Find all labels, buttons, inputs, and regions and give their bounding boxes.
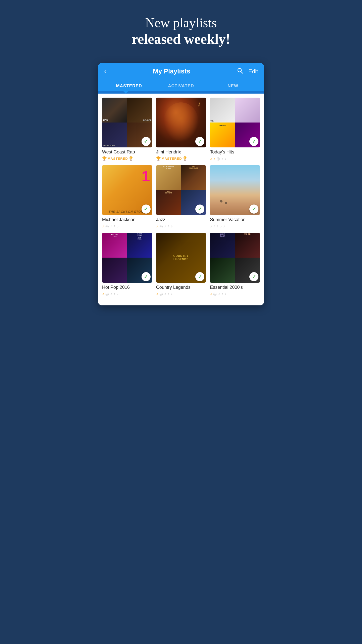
music-icon-cl2: ♪ (164, 292, 166, 296)
number-1-art: 1 (142, 168, 150, 185)
music-icon-e3: ♪ (221, 292, 223, 296)
cover-art-hp3 (102, 258, 127, 283)
playlist-item-essential-2000s[interactable]: LADYGAGA USHER Essential 2000's ♪ ◎ ♪ (210, 233, 260, 296)
music-icon-e2: ♪ (218, 292, 220, 296)
hero-section: New playlists released weekly! (90, 0, 272, 58)
nav-title: My Playlists (153, 67, 190, 75)
music-icons-todays-hits: ♪ ♪ ◎ ♪ ♪ (210, 156, 260, 161)
tab-activated[interactable]: ACTIVATED (155, 80, 207, 91)
playlist-cover-country-legends: COUNTRYLEGENDS (156, 233, 206, 283)
music-icon-mj4: ♪ (117, 224, 119, 228)
cover-art-1: 2Pac (102, 98, 127, 123)
cover-art-th1: T.S. (210, 98, 235, 123)
music-icon-1: ♪ (210, 156, 212, 161)
headphone-icon-e: ◎ (213, 292, 217, 296)
nav-actions: Edit (237, 67, 258, 75)
cover-art-jazz1: ETTA JAMESat last! (156, 165, 181, 190)
playlist-item-jazz[interactable]: ETTA JAMESat last! AMYWINEHOUSE TONYBENN… (156, 165, 206, 229)
music-icon-sv5: ♪ (223, 224, 225, 228)
playlist-cover-jazz: ETTA JAMESat last! AMYWINEHOUSE TONYBENN… (156, 165, 206, 215)
music-icons-michael-jackson: ♪ ◎ ♪ ♪ ♪ (102, 224, 152, 229)
svg-line-1 (241, 71, 243, 73)
music-icon-mj3: ♪ (113, 224, 115, 228)
music-icon-sv2: ♪ (213, 224, 215, 228)
playlist-item-country-legends[interactable]: COUNTRYLEGENDS Country Legends ♪ ◎ ♪ ♪ ♪ (156, 233, 206, 296)
cover-art-hp1: Hot Pop2016 (102, 233, 127, 258)
music-icons-hot-pop-2016: ♪ ◎ ♪ ♪ ♪ (102, 292, 152, 296)
playlist-name-jimi-hendrix: Jimi Hendrix (156, 149, 206, 155)
playlist-item-jimi-hendrix[interactable]: ♪ Jimi Hendrix 🏆 MASTERED 🏆 (156, 98, 206, 161)
playlist-cover-summer-vacation (210, 165, 260, 215)
playlist-name-summer-vacation: Summer Vacation (210, 217, 260, 222)
cover-art-hp2: CAN'TSTOPTHEFEEL (127, 233, 152, 258)
playlist-name-michael-jackson: Michael Jackson (102, 217, 152, 222)
playlist-item-michael-jackson[interactable]: THE JACKSON STORY 1 Michael Jackson ♪ ◎ … (102, 165, 152, 229)
playlists-grid: 2Pac DR. DRE THE BEST OF West Coast Rap (98, 94, 264, 300)
playlist-name-todays-hits: Today's Hits (210, 149, 260, 155)
playlist-cover-jimi-hendrix: ♪ (156, 98, 206, 148)
playlist-item-hot-pop-2016[interactable]: Hot Pop2016 CAN'TSTOPTHEFEEL Hot Pop 201… (102, 233, 152, 296)
tab-new[interactable]: NEW (207, 80, 259, 91)
playlist-cover-todays-hits: T.S. LMFAO (210, 98, 260, 148)
music-icon-mj1: ♪ (102, 224, 104, 228)
music-icons-jazz: ♪ ◎ ♪ ♪ ♪ (156, 224, 206, 229)
music-icon-jazz2: ♪ (164, 224, 166, 228)
search-button[interactable] (237, 67, 243, 75)
headphone-icon-jazz: ◎ (159, 224, 163, 229)
playlist-item-todays-hits[interactable]: T.S. LMFAO Today's Hits ♪ ♪ ◎ ♪ (210, 98, 260, 161)
tab-arrow (123, 91, 128, 94)
music-icons-summer-vacation: ♪ ♪ ♪ ♪ ♪ (210, 224, 260, 228)
music-icon-cl4: ♪ (171, 292, 173, 296)
cover-art-2: DR. DRE (127, 98, 152, 123)
mastered-label-west-coast-rap: 🏆 MASTERED 🏆 (102, 156, 152, 161)
tabs-bar: MASTERED ACTIVATED NEW (98, 80, 264, 91)
music-icon-hp4: ♪ (117, 292, 119, 296)
music-icon-jazz1: ♪ (156, 224, 158, 228)
check-badge-jazz (195, 205, 204, 214)
hero-line1: New playlists (101, 15, 261, 31)
music-icon-sv1: ♪ (210, 224, 212, 228)
check-badge-essential-2000s (249, 272, 258, 281)
music-icon-sv3: ♪ (216, 224, 218, 228)
music-icon-hp2: ♪ (110, 292, 112, 296)
playlist-item-summer-vacation[interactable]: Summer Vacation ♪ ♪ ♪ ♪ ♪ (210, 165, 260, 229)
cover-art-jazz2: AMYWINEHOUSE (181, 165, 206, 190)
mastered-label-jimi-hendrix: 🏆 MASTERED 🏆 (156, 156, 206, 161)
headphone-icon-hp: ◎ (105, 292, 109, 296)
music-icon-cl1: ♪ (156, 292, 158, 296)
headphone-icon-mj: ◎ (105, 224, 109, 229)
playlist-cover-west-coast-rap: 2Pac DR. DRE THE BEST OF (102, 98, 152, 148)
check-badge-todays-hits (249, 137, 258, 146)
country-art-text: COUNTRYLEGENDS (173, 254, 189, 261)
playlist-name-hot-pop-2016: Hot Pop 2016 (102, 285, 152, 290)
edit-button[interactable]: Edit (248, 68, 258, 75)
music-icons-essential-2000s: ♪ ◎ ♪ ♪ ♪ (210, 292, 260, 296)
playlist-name-essential-2000s: Essential 2000's (210, 285, 260, 290)
hero-line2: released weekly! (101, 31, 261, 48)
playlist-cover-hot-pop-2016: Hot Pop2016 CAN'TSTOPTHEFEEL (102, 233, 152, 283)
music-icon-cl3: ♪ (167, 292, 169, 296)
music-icon-jazz4: ♪ (171, 224, 173, 228)
app-card: ‹ My Playlists Edit MASTERED ACTIVATED N… (98, 63, 264, 305)
music-icons-country-legends: ♪ ◎ ♪ ♪ ♪ (156, 292, 206, 296)
music-icon-2: ♪ (213, 156, 215, 161)
tab-mastered[interactable]: MASTERED (103, 80, 155, 91)
cover-art-e3 (210, 258, 235, 283)
bottom-bar (98, 300, 264, 305)
cover-art-3: THE BEST OF (102, 123, 127, 147)
check-badge-west-coast-rap (142, 137, 151, 146)
cover-art-e1: LADYGAGA (210, 233, 235, 258)
tab-indicator (98, 91, 264, 94)
playlist-cover-essential-2000s: LADYGAGA USHER (210, 233, 260, 283)
back-button[interactable]: ‹ (104, 67, 106, 75)
playlist-item-west-coast-rap[interactable]: 2Pac DR. DRE THE BEST OF West Coast Rap (102, 98, 152, 161)
headphone-icon-cl: ◎ (159, 292, 163, 296)
cover-art-th2 (235, 98, 260, 123)
playlist-cover-michael-jackson: THE JACKSON STORY 1 (102, 165, 152, 215)
check-badge-hot-pop-2016 (142, 272, 151, 281)
music-icon-sv4: ♪ (220, 224, 222, 228)
playlist-name-jazz: Jazz (156, 217, 206, 222)
cover-art-e2: USHER (235, 233, 260, 258)
cover-art-jazz3: TONYBENNETT (156, 190, 181, 215)
music-icon-4: ♪ (224, 156, 227, 161)
